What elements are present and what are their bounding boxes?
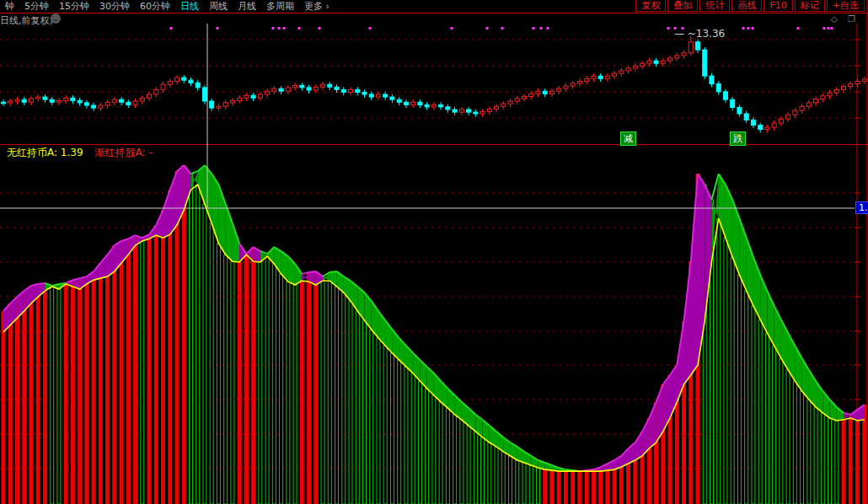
candle-body <box>529 94 533 96</box>
indicator-bar-green <box>807 399 811 504</box>
candle-body <box>238 98 242 100</box>
candle-body <box>577 81 581 83</box>
indicator-bar-green <box>57 289 61 504</box>
candle-body <box>515 99 519 101</box>
marker-dot <box>298 27 301 29</box>
indicator-label-hold-cash: 无红持币A: 1.39 <box>7 147 83 158</box>
ribbon-top-edge <box>190 171 197 174</box>
candle-body <box>29 99 33 102</box>
indicator-bar-green <box>335 287 339 504</box>
candle-body <box>404 102 408 105</box>
candle-body <box>307 88 311 90</box>
indicator-bar-red <box>182 165 186 504</box>
candle-body <box>168 81 172 84</box>
indicator-bar-green <box>390 353 394 504</box>
indicator-bar-red <box>598 467 603 504</box>
indicator-bar-green <box>328 281 331 504</box>
candle-body <box>480 111 485 113</box>
candle-body <box>737 107 742 113</box>
candle-body <box>668 58 672 61</box>
candle-body <box>710 76 714 83</box>
indicator-bar-red <box>154 225 158 504</box>
indicator-bar-red <box>855 410 860 504</box>
indicator-bar-red <box>120 241 124 504</box>
crosshair-value-badge: 1.39 <box>855 201 868 214</box>
indicator-bar-green <box>224 255 228 504</box>
candle-body <box>390 97 394 99</box>
indicator-bar-green <box>821 413 824 504</box>
indicator-bar-red <box>571 471 575 504</box>
marker-dot <box>540 27 543 29</box>
candle-body <box>640 63 645 66</box>
candle-body <box>814 99 818 103</box>
candle-body <box>258 94 262 98</box>
indicator-bar-green <box>495 447 498 504</box>
indicator-bar-red <box>313 271 318 504</box>
indicator-bar-green <box>536 468 539 504</box>
indicator-bar-green <box>370 330 373 504</box>
candle-body <box>453 110 457 112</box>
chart-canvas[interactable] <box>0 0 868 504</box>
indicator-bar-green <box>773 346 776 504</box>
candle-body <box>536 91 540 94</box>
marker-dot <box>547 27 549 29</box>
candle-body <box>543 91 547 94</box>
candle-body <box>43 97 47 99</box>
indicator-bar-green <box>293 285 297 504</box>
signal-badge: 跌 <box>730 131 746 146</box>
indicator-bar-green <box>231 261 234 504</box>
candle-body <box>362 92 367 94</box>
indicator-bar-green <box>731 257 734 504</box>
candle-body <box>675 56 679 58</box>
candle-body <box>467 110 471 112</box>
indicator-bar-red <box>105 255 110 504</box>
indicator-bar-red <box>36 284 40 504</box>
indicator-label-hold-stock: 渐红持股A: - <box>95 147 153 158</box>
candle-body <box>126 102 131 105</box>
candle-body <box>647 61 651 63</box>
indicator-bar-green <box>411 373 415 504</box>
candle-body <box>223 103 228 106</box>
indicator-bar-red <box>161 210 165 504</box>
indicator-bar-green <box>745 291 748 504</box>
candle-body <box>431 105 436 106</box>
candle-body <box>202 88 206 101</box>
ribbon-top-edge <box>59 283 66 284</box>
indicator-bar-red <box>22 291 26 504</box>
candle-body <box>369 94 373 97</box>
indicator-bar-red <box>564 471 568 504</box>
indicator-bar-red <box>557 471 561 504</box>
indicator-bar-green <box>780 358 783 504</box>
indicator-bar-green <box>217 244 220 504</box>
ribbon-top-edge <box>330 271 336 272</box>
candle-body <box>279 88 283 91</box>
indicator-bar-green <box>529 465 533 504</box>
candle-body <box>446 107 450 110</box>
marker-dot <box>823 27 826 29</box>
indicator-bar-red <box>133 235 137 504</box>
candle-body <box>56 100 61 102</box>
indicator-bar-red <box>307 272 311 504</box>
candle-body <box>862 79 866 81</box>
ribbon-segment <box>163 190 170 238</box>
marker-dot <box>451 27 453 29</box>
marker-dot <box>278 27 281 29</box>
indicator-bar-green <box>377 338 380 504</box>
candle-body <box>508 101 512 104</box>
ribbon-segment <box>705 185 711 321</box>
candle-body <box>522 96 527 98</box>
indicator-bar-green <box>460 420 463 504</box>
indicator-bar-red <box>71 280 75 504</box>
indicator-bar-red <box>300 281 304 504</box>
indicator-bar-green <box>287 281 290 504</box>
indicator-bar-green <box>724 238 727 504</box>
trading-app-window: 钟5分钟15分钟30分钟60分钟日线周线月线多周期更多 › 复权叠加统计画线F1… <box>0 0 868 504</box>
candle-body <box>321 84 325 87</box>
indicator-bar-red <box>592 469 596 504</box>
candle-body <box>605 76 609 78</box>
indicator-bar-red <box>126 239 131 504</box>
candle-body <box>50 99 54 102</box>
candle-body <box>758 126 763 130</box>
candle-body <box>265 91 270 94</box>
indicator-bar-green <box>758 319 762 504</box>
